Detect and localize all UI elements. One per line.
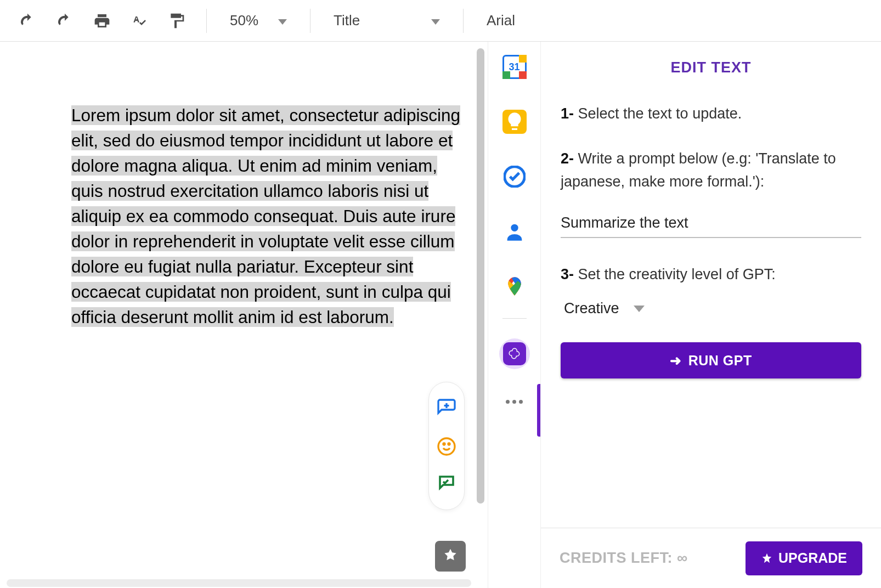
gpt-addon-icon[interactable] [499, 338, 530, 369]
zoom-value: 50% [230, 12, 258, 29]
maps-app-icon[interactable] [502, 274, 527, 298]
document-area: Lorem ipsum dolor sit amet, consectetur … [0, 42, 488, 588]
step-3: 3- Set the creativity level of GPT: [561, 263, 861, 286]
emoji-reaction-icon[interactable] [436, 436, 457, 457]
font-select[interactable]: Arial [482, 12, 543, 29]
gpt-side-panel: EDIT TEXT 1- Select the text to update. … [541, 42, 881, 588]
step-1-text: Select the text to update. [574, 105, 742, 122]
doc-action-strip [428, 382, 465, 510]
creativity-value: Creative [564, 300, 619, 317]
explore-button[interactable] [435, 541, 466, 572]
step-2-number: 2- [561, 150, 574, 167]
step-2: 2- Write a prompt below (e.g: 'Translate… [561, 148, 861, 194]
vertical-scrollbar[interactable] [477, 48, 484, 509]
calendar-app-icon[interactable]: 31 [502, 55, 527, 79]
star-icon [761, 552, 773, 564]
horizontal-scrollbar[interactable] [7, 579, 471, 587]
chevron-down-icon [278, 19, 287, 25]
contacts-app-icon[interactable] [502, 219, 527, 244]
suggest-edits-icon[interactable] [436, 474, 457, 495]
scrollbar-thumb[interactable] [7, 579, 471, 587]
spellcheck-icon[interactable] [128, 10, 150, 32]
paint-format-icon[interactable] [166, 10, 188, 32]
step-3-text: Set the creativity level of GPT: [574, 266, 776, 282]
font-value: Arial [487, 12, 515, 29]
panel-footer: CREDITS LEFT: ∞ UPGRADE [541, 528, 881, 588]
svg-point-3 [443, 443, 445, 445]
more-apps-icon[interactable] [506, 400, 523, 404]
document-selected-text[interactable]: Lorem ipsum dolor sit amet, consectetur … [71, 103, 461, 330]
calendar-day-number: 31 [509, 61, 519, 73]
step-1: 1- Select the text to update. [561, 103, 861, 126]
add-comment-icon[interactable] [436, 398, 457, 419]
paragraph-style-select[interactable]: Title [329, 12, 444, 29]
document-page[interactable]: Lorem ipsum dolor sit amet, consectetur … [7, 48, 471, 577]
style-value: Title [334, 12, 360, 29]
step-3-number: 3- [561, 266, 574, 282]
redo-icon[interactable] [54, 10, 76, 32]
run-gpt-button[interactable]: ➜ RUN GPT [561, 342, 861, 378]
credits-left: CREDITS LEFT: ∞ [560, 550, 688, 567]
print-icon[interactable] [91, 10, 113, 32]
rail-separator [502, 318, 527, 319]
svg-point-4 [448, 443, 450, 445]
undo-icon[interactable] [16, 10, 38, 32]
side-apps-rail: 31 [488, 42, 541, 588]
docs-toolbar: 50% Title Arial [0, 0, 881, 42]
upgrade-button[interactable]: UPGRADE [746, 541, 862, 575]
scrollbar-thumb[interactable] [477, 48, 484, 504]
prompt-input[interactable] [561, 213, 861, 238]
upgrade-label: UPGRADE [778, 550, 847, 566]
svg-point-2 [438, 438, 455, 455]
zoom-select[interactable]: 50% [225, 12, 291, 29]
keep-app-icon[interactable] [502, 110, 527, 134]
active-addon-indicator [537, 384, 540, 437]
chevron-down-icon [431, 19, 440, 25]
toolbar-separator [463, 9, 464, 33]
step-2-text: Write a prompt below (e.g: 'Translate to… [561, 150, 836, 190]
step-1-number: 1- [561, 105, 574, 122]
creativity-select[interactable]: Creative [564, 300, 861, 317]
svg-point-6 [511, 224, 518, 231]
panel-title: EDIT TEXT [561, 59, 861, 76]
toolbar-separator [206, 9, 207, 33]
arrow-right-icon: ➜ [670, 353, 682, 369]
chevron-down-icon [634, 306, 645, 312]
tasks-app-icon[interactable] [502, 165, 527, 189]
toolbar-separator [310, 9, 310, 33]
run-gpt-label: RUN GPT [688, 353, 752, 369]
